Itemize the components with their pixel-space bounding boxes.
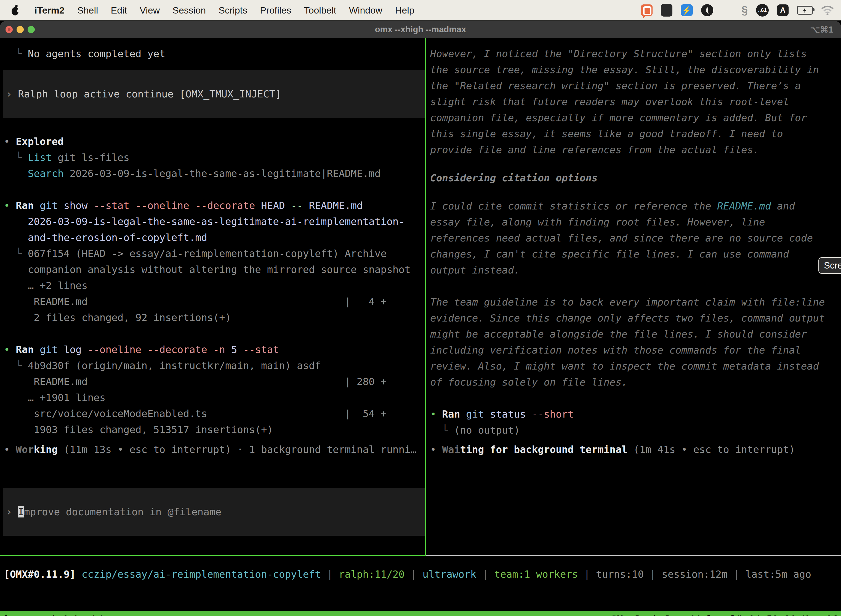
menu-item-window[interactable]: Window — [343, 0, 389, 21]
inject-banner: › Ralph loop active continue [OMX_TMUX_I… — [3, 70, 425, 118]
reasoning-para1-line: the "Related research writing" section i… — [430, 78, 841, 94]
menu-bar-left: iTerm2 Shell Edit View Session Scripts P… — [0, 0, 421, 21]
reasoning-para1-line: provide file and line references from th… — [430, 142, 841, 158]
left-pane-border — [0, 555, 425, 556]
git-show-output-4: README.md | 4 + — [4, 294, 425, 309]
dots-grid-icon[interactable] — [722, 4, 733, 16]
git-status-command: • Ran git status --short — [430, 406, 841, 422]
git-show-filename-2: and-the-erosion-of-copyleft.md — [4, 230, 425, 246]
hook-icon[interactable]: § — [741, 4, 748, 17]
reasoning-para3-line: of focusing solely on file lines. — [430, 374, 841, 390]
menu-item-toolbelt[interactable]: Toolbelt — [298, 0, 343, 21]
reasoning-para2-line: essay file, along with finding root file… — [430, 214, 841, 230]
spark-badge-icon[interactable]: ⚡ — [681, 4, 693, 16]
waiting-status-line: • Waiting for background terminal (1m 41… — [430, 441, 841, 458]
61-badge-icon[interactable]: ..61 — [756, 4, 769, 16]
menu-item-view[interactable]: View — [133, 0, 166, 21]
reasoning-para1-line: this single essay, it seems like a good … — [430, 126, 841, 142]
omx-version: [OMX#0.11.9] — [4, 569, 76, 580]
reasoning-para1-line: companion file, especially if more comme… — [430, 110, 841, 126]
explored-list-line: └ List git ls-files — [4, 150, 425, 166]
menu-item-session[interactable]: Session — [166, 0, 212, 21]
right-pane-border — [426, 555, 841, 556]
omx-turns: turns:10 — [596, 569, 644, 580]
reasoning-para3-line: review. Also, I might want to inspect th… — [430, 358, 841, 374]
right-pane[interactable]: However, I noticed the "Directory Struct… — [426, 38, 841, 539]
git-show-output-1: └ 067f154 (HEAD -> essay/ai-reimplementa… — [4, 246, 425, 262]
battery-nub — [813, 8, 815, 11]
reasoning-para3-line: including verification notes with those … — [430, 342, 841, 358]
reasoning-para2-line: output instead. — [430, 262, 841, 278]
menu-item-scripts[interactable]: Scripts — [212, 0, 253, 21]
explored-header: • Explored — [4, 133, 425, 150]
reasoning-para2-line: changes, I can't cite specific file line… — [430, 246, 841, 262]
menu-item-shell[interactable]: Shell — [71, 0, 105, 21]
git-status-output: └ (no output) — [430, 422, 841, 438]
menu-item-profiles[interactable]: Profiles — [253, 0, 297, 21]
menu-item-iterm2[interactable]: iTerm2 — [28, 0, 71, 21]
tmux-status-bar[interactable]: [omx-cczip0:bash* "MacBook-Pro-44.local"… — [0, 611, 841, 616]
omx-last: last:5m ago — [746, 569, 811, 580]
menu-bar-status-icons: ⚡ § ..61 A — [641, 4, 841, 17]
omx-mode: ultrawork — [422, 569, 476, 580]
menu-bar: iTerm2 Shell Edit View Session Scripts P… — [0, 0, 841, 21]
omx-team: team:1 workers — [494, 569, 578, 580]
left-pane[interactable]: └ No agents completed yet › Ralph loop a… — [0, 38, 425, 539]
explored-search-line: Search 2026-03-09-is-legal-the-same-as-l… — [4, 166, 425, 182]
text-cursor: I — [18, 506, 24, 518]
working-status-line: • Working (11m 13s • esc to interrupt) ·… — [4, 441, 425, 458]
chat-icon-tail — [643, 15, 646, 18]
title-bar[interactable]: omx --xhigh --madmax ⌥⌘1 — [0, 21, 841, 38]
git-log-output-3: … +1901 lines — [4, 390, 425, 406]
menu-item-edit[interactable]: Edit — [105, 0, 133, 21]
omx-session: session:12m — [662, 569, 727, 580]
git-show-output-5: 2 files changed, 92 insertions(+) — [4, 309, 425, 326]
reasoning-para1-line: the source tree, missing the essay. Stil… — [430, 62, 841, 78]
terminal-panes: └ No agents completed yet › Ralph loop a… — [0, 38, 841, 616]
omx-status-bar: [OMX#0.11.9] cczip/essay/ai-reimplementa… — [0, 566, 841, 582]
prompt-input-left[interactable]: › Improve documentation in @filename — [3, 488, 425, 536]
git-log-output-4: src/voice/voiceModeEnabled.ts | 54 + — [4, 406, 425, 422]
battery-icon[interactable] — [797, 6, 813, 15]
pane-divider[interactable] — [425, 38, 426, 556]
reasoning-para2-line: I could cite commit statistics or refere… — [430, 198, 841, 214]
git-log-output-5: 1903 files changed, 513517 insertions(+) — [4, 422, 425, 438]
iterm-window: omx --xhigh --madmax ⌥⌘1 └ No agents com… — [0, 21, 841, 616]
agents-note-line: └ No agents completed yet — [4, 46, 425, 62]
reasoning-para3-line: evidence. Since this change only affects… — [430, 310, 841, 326]
omx-ralph-count: ralph:11/20 — [339, 569, 404, 580]
reasoning-heading: Considering citation options — [430, 170, 841, 186]
menu-item-help[interactable]: Help — [389, 0, 421, 21]
reasoning-para3-line: The team guideline is to back every impo… — [430, 294, 841, 310]
tmux-session-window: [omx-cczip0:bash* — [3, 613, 104, 616]
window-shortcut: ⌥⌘1 — [810, 21, 833, 38]
git-log-output-1: └ 4b9d30f (origin/main, instructkr/main,… — [4, 358, 425, 374]
reasoning-para2-line: references need actual files, and since … — [430, 230, 841, 246]
window-title: omx --xhigh --madmax — [0, 21, 841, 38]
screen-tooltip: Scre — [818, 257, 841, 274]
chat-icon-inner — [643, 6, 652, 15]
chat-icon[interactable] — [641, 4, 652, 16]
reasoning-para1-line: However, I noticed the "Directory Struct… — [430, 46, 841, 62]
tmux-host-clock: "MacBook-Pro-44.local" 04:52 31-Mar-26 — [611, 613, 838, 616]
a-badge-icon[interactable]: A — [777, 4, 788, 16]
git-show-filename-1: 2026-03-09-is-legal-the-same-as-legitima… — [4, 214, 425, 230]
git-log-output-2: README.md | 280 + — [4, 374, 425, 390]
reasoning-para1-line: slight risk that future readers may over… — [430, 94, 841, 110]
grid-shield-icon[interactable] — [661, 4, 673, 16]
omx-branch: cczip/essay/ai-reimplementation-copyleft — [82, 569, 321, 580]
wifi-icon[interactable] — [821, 5, 834, 15]
reasoning-para3-line: might be acceptable alongside the file l… — [430, 326, 841, 342]
readme-link: README.md — [717, 200, 771, 212]
git-show-command: • Ran git show --stat --oneline --decora… — [4, 198, 425, 214]
git-show-output-3: … +2 lines — [4, 278, 425, 294]
git-show-output-2: companion analysis without altering the … — [4, 262, 425, 278]
apple-menu-icon[interactable] — [9, 4, 22, 16]
screen: iTerm2 Shell Edit View Session Scripts P… — [0, 0, 841, 616]
pie-icon[interactable] — [701, 4, 713, 16]
git-log-command: • Ran git log --oneline --decorate -n 5 … — [4, 342, 425, 358]
